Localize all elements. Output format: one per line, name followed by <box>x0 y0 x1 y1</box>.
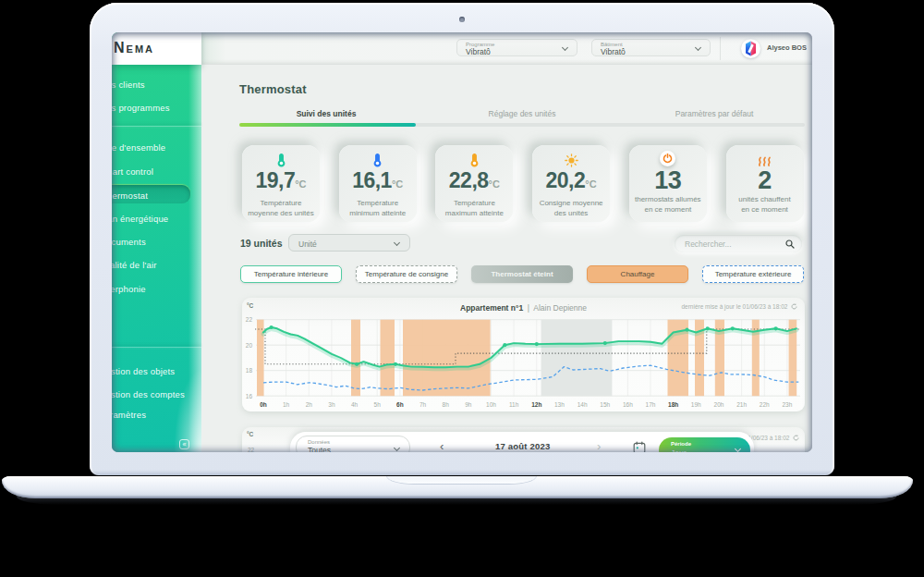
svg-text:16h: 16h <box>623 401 633 408</box>
svg-text:16: 16 <box>246 393 253 399</box>
svg-text:°C: °C <box>247 302 254 309</box>
svg-text:6h: 6h <box>396 401 404 408</box>
svg-text:20: 20 <box>246 342 253 349</box>
svg-text:21h: 21h <box>736 401 747 408</box>
svg-text:1h: 1h <box>283 401 290 408</box>
svg-text:2h: 2h <box>306 401 313 408</box>
svg-text:7h: 7h <box>419 401 427 408</box>
svg-text:5h: 5h <box>374 401 382 408</box>
svg-text:18h: 18h <box>668 401 678 408</box>
svg-text:14h: 14h <box>578 401 588 408</box>
svg-text:20h: 20h <box>714 401 724 408</box>
svg-text:3h: 3h <box>328 401 335 408</box>
svg-text:18: 18 <box>246 367 253 374</box>
svg-text:15h: 15h <box>600 401 610 408</box>
svg-text:11h: 11h <box>509 401 519 408</box>
svg-text:19h: 19h <box>691 401 701 408</box>
svg-text:22: 22 <box>246 316 253 323</box>
svg-text:23h: 23h <box>782 401 792 408</box>
svg-text:13h: 13h <box>554 401 565 408</box>
svg-text:17h: 17h <box>646 401 656 408</box>
svg-text:0h: 0h <box>260 401 267 408</box>
svg-text:4h: 4h <box>351 401 359 408</box>
svg-text:22h: 22h <box>760 401 770 408</box>
svg-text:9h: 9h <box>465 401 472 408</box>
svg-text:8h: 8h <box>443 401 450 408</box>
svg-text:10h: 10h <box>486 401 496 408</box>
svg-text:12h: 12h <box>531 401 541 408</box>
